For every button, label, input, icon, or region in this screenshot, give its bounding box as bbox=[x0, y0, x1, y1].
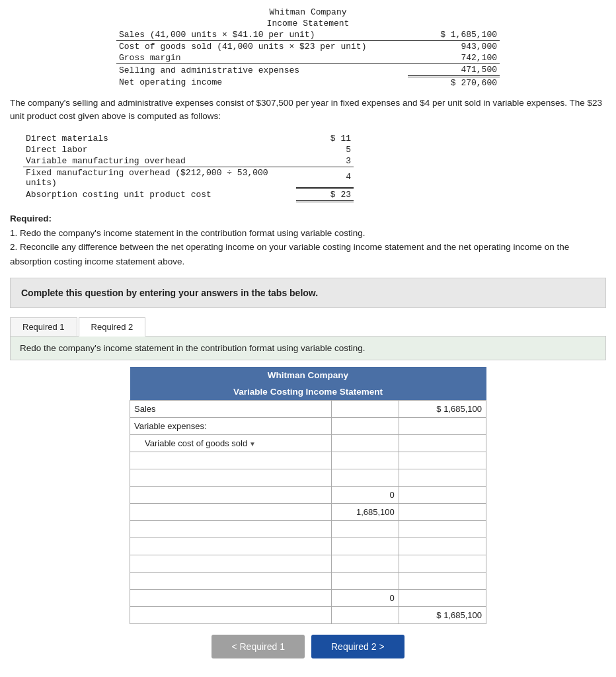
table-row: Gross margin742,100 bbox=[116, 52, 500, 64]
next-button[interactable]: Required 2 > bbox=[311, 635, 404, 658]
label-input[interactable] bbox=[134, 524, 327, 534]
table-row: $ 1,685,100 bbox=[130, 607, 486, 624]
table-row: Variable manufacturing overhead3 bbox=[23, 155, 354, 167]
tab-required-2[interactable]: Required 2 bbox=[79, 317, 146, 337]
row-label bbox=[130, 504, 332, 521]
vc-company-name: Whitman Company bbox=[130, 367, 486, 383]
vc-statement-table: Whitman Company Variable Costing Income … bbox=[130, 367, 486, 624]
label-input[interactable] bbox=[145, 559, 327, 569]
prev-button[interactable]: < Required 1 bbox=[212, 635, 305, 658]
complete-question-box: Complete this question by entering your … bbox=[10, 278, 606, 308]
right-value: $ 1,685,100 bbox=[399, 401, 486, 418]
table-row[interactable] bbox=[130, 469, 486, 487]
tab-description-text: Redo the company's income statement in t… bbox=[20, 343, 366, 353]
mid-input[interactable] bbox=[336, 524, 395, 534]
mid-input[interactable] bbox=[336, 576, 395, 586]
right-value: $ 1,685,100 bbox=[399, 607, 486, 624]
required-section: Required: 1. Redo the company's income s… bbox=[10, 212, 606, 268]
row-label bbox=[130, 590, 332, 607]
table-row: Absorption costing unit product cost$ 23 bbox=[23, 188, 354, 202]
mid-input[interactable] bbox=[336, 473, 395, 483]
right-input[interactable] bbox=[403, 456, 482, 465]
mid-input[interactable] bbox=[336, 541, 395, 551]
table-row: Variable expenses: bbox=[130, 418, 486, 435]
table-row: 0 bbox=[130, 487, 486, 504]
statement-title: Income Statement bbox=[116, 18, 500, 29]
row-label: Sales bbox=[130, 401, 332, 418]
table-row[interactable] bbox=[130, 452, 486, 469]
company-name: Whitman Company bbox=[116, 7, 500, 18]
vc-table-wrapper: Whitman Company Variable Costing Income … bbox=[130, 367, 486, 624]
table-row[interactable]: Variable cost of goods sold ▼ bbox=[130, 435, 486, 452]
nav-buttons: < Required 1 Required 2 > bbox=[10, 635, 606, 672]
tab-description: Redo the company's income statement in t… bbox=[10, 337, 606, 360]
required-item: 1. Redo the company's income statement i… bbox=[10, 226, 606, 241]
table-row[interactable] bbox=[130, 573, 486, 590]
right-input[interactable] bbox=[403, 473, 482, 483]
mid-value: 0 bbox=[332, 590, 399, 607]
right-input[interactable] bbox=[403, 576, 482, 586]
label-input[interactable] bbox=[145, 576, 327, 586]
label-input[interactable] bbox=[145, 456, 327, 465]
mid-input[interactable] bbox=[336, 456, 395, 465]
right-input[interactable] bbox=[403, 524, 482, 534]
table-row: Sales$ 1,685,100 bbox=[130, 401, 486, 418]
description-text: The company's selling and administrative… bbox=[10, 97, 606, 124]
table-row[interactable] bbox=[130, 555, 486, 573]
right-input[interactable] bbox=[403, 438, 482, 448]
right-input[interactable] bbox=[403, 541, 482, 551]
table-row[interactable] bbox=[130, 521, 486, 538]
table-row: Selling and administrative expenses471,5… bbox=[116, 64, 500, 77]
table-row: Sales (41,000 units × $41.10 per unit)$ … bbox=[116, 29, 500, 41]
table-row: Cost of goods sold (41,000 units × $23 p… bbox=[116, 41, 500, 53]
tabs-container: Required 1 Required 2 bbox=[10, 317, 606, 337]
required-item: 2. Reconcile any difference between the … bbox=[10, 240, 606, 268]
mid-input[interactable] bbox=[336, 438, 395, 448]
unit-cost-table: Direct materials$ 11Direct labor5Variabl… bbox=[23, 133, 354, 203]
row-label bbox=[130, 607, 332, 624]
vc-title: Variable Costing Income Statement bbox=[130, 383, 486, 401]
dropdown-arrow-icon[interactable]: ▼ bbox=[247, 440, 256, 448]
label-input[interactable] bbox=[134, 473, 327, 483]
table-row[interactable] bbox=[130, 538, 486, 555]
table-row: 0 bbox=[130, 590, 486, 607]
row-label: Variable expenses: bbox=[130, 418, 332, 435]
right-input[interactable] bbox=[403, 559, 482, 569]
mid-value: 0 bbox=[332, 487, 399, 504]
table-row: Direct labor5 bbox=[23, 144, 354, 155]
table-row: Net operating income$ 270,600 bbox=[116, 77, 500, 89]
required-title: Required: bbox=[10, 214, 52, 223]
complete-question-text: Complete this question by entering your … bbox=[21, 288, 318, 298]
table-row: Direct materials$ 11 bbox=[23, 133, 354, 144]
mid-input[interactable] bbox=[336, 559, 395, 569]
row-label bbox=[130, 487, 332, 504]
table-row: 1,685,100 bbox=[130, 504, 486, 521]
row-label: Variable cost of goods sold ▼ bbox=[130, 435, 332, 452]
income-statement: Whitman Company Income Statement Sales (… bbox=[116, 7, 500, 89]
mid-value: 1,685,100 bbox=[332, 504, 399, 521]
tab-required-1[interactable]: Required 1 bbox=[10, 317, 77, 336]
label-input[interactable] bbox=[145, 541, 327, 551]
table-row: Fixed manufacturing overhead ($212,000 ÷… bbox=[23, 167, 354, 188]
